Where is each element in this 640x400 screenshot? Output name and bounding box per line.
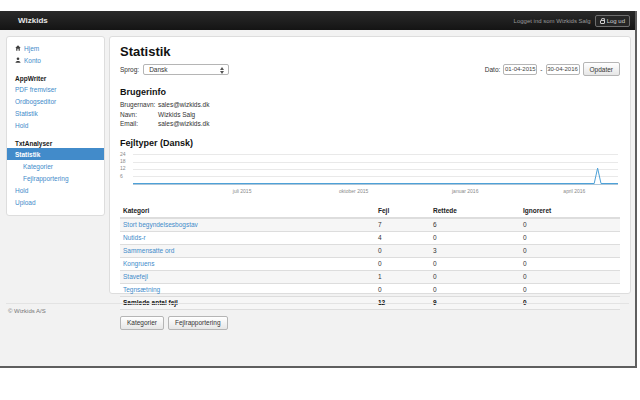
email-value: sales@wizkids.dk xyxy=(158,119,209,129)
sidebar-item-kategorier[interactable]: Kategorier xyxy=(7,160,104,172)
kategorier-button[interactable]: Kategorier xyxy=(120,316,164,330)
date-separator: - xyxy=(540,66,542,73)
browser-viewport: Wizkids Logget ind som Wizkids Salg Log … xyxy=(0,11,637,368)
language-label: Sprog: xyxy=(120,66,139,73)
error-types-chart: 6121824 juli 2015oktober 2015januar 2016… xyxy=(120,151,620,198)
sidebar-item-pdf-fremviser[interactable]: PDF fremviser xyxy=(7,83,104,95)
user-info-row: Email: sales@wizkids.dk xyxy=(120,119,620,129)
controls-row: Sprog: Dansk Dato: - Opdater xyxy=(120,64,620,78)
table-row: Stort begyndelsesbogstav 7 6 0 xyxy=(120,218,620,232)
rettede-value: 3 xyxy=(430,244,520,257)
chart-series-svg xyxy=(133,151,618,184)
y-tick-label: 12 xyxy=(120,166,126,171)
sidebar-item-ordbogseditor[interactable]: Ordbogseditor xyxy=(7,95,104,107)
ignoreret-value: 0 xyxy=(520,283,620,296)
sidebar-item-fejlrapportering[interactable]: Fejlrapportering xyxy=(7,172,104,184)
fejl-value: 0 xyxy=(375,244,430,257)
select-arrows-icon xyxy=(220,67,224,74)
bottom-buttons: Kategorier Fejlrapportering xyxy=(120,316,620,330)
table-row: Tegnsætning 0 0 0 xyxy=(120,283,620,296)
ignoreret-value: 0 xyxy=(520,218,620,232)
y-tick-label: 6 xyxy=(120,174,123,179)
chart-y-labels: 6121824 xyxy=(120,151,132,185)
x-tick-label: juli 2015 xyxy=(233,188,252,194)
col-fejl: Fejl xyxy=(375,205,430,218)
date-to-input[interactable] xyxy=(546,64,580,75)
category-link[interactable]: Stavefejl xyxy=(123,273,148,280)
top-navbar: Wizkids Logget ind som Wizkids Salg Log … xyxy=(0,11,635,30)
category-link[interactable]: Tegnsætning xyxy=(123,286,160,293)
sidebar-item-hjem[interactable]: Hjem xyxy=(7,42,104,54)
category-link[interactable]: Stort begyndelsesbogstav xyxy=(123,221,198,228)
x-tick-label: oktober 2015 xyxy=(339,188,368,194)
navbar-right: Logget ind som Wizkids Salg Log ud xyxy=(514,15,630,27)
sidebar-item-konto[interactable]: Konto xyxy=(7,54,104,66)
copyright-text: © Wizkids A/S xyxy=(8,308,46,314)
ignoreret-value: 0 xyxy=(520,231,620,244)
rettede-value: 0 xyxy=(430,283,520,296)
logged-in-text: Logget ind som Wizkids Salg xyxy=(514,18,591,24)
category-link[interactable]: Sammensatte ord xyxy=(123,247,174,254)
ignoreret-value: 0 xyxy=(520,270,620,283)
sidebar-section-txtanalyser: TxtAnalyser xyxy=(7,137,104,148)
logout-label: Log ud xyxy=(607,18,625,24)
fejl-value: 7 xyxy=(375,218,430,232)
email-label: Email: xyxy=(120,119,158,129)
y-tick-label: 18 xyxy=(120,159,126,164)
x-tick-label: januar 2016 xyxy=(452,188,478,194)
table-header-row: Kategori Fejl Rettede Ignoreret xyxy=(120,205,620,218)
sidebar-item-label: Hjem xyxy=(24,45,39,52)
chart-heading: Fejltyper (Dansk) xyxy=(120,138,620,148)
screen: Wizkids Logget ind som Wizkids Salg Log … xyxy=(0,0,640,400)
name-label: Navn: xyxy=(120,110,158,120)
language-select[interactable]: Dansk xyxy=(143,64,229,75)
user-info-row: Brugernavn: sales@wizkids.dk xyxy=(120,100,620,110)
sidebar-item-upload[interactable]: Upload xyxy=(7,196,104,208)
table-row: Sammensatte ord 0 3 0 xyxy=(120,244,620,257)
user-info-heading: Brugerinfo xyxy=(120,87,620,97)
page-footer: © Wizkids A/S xyxy=(6,303,629,314)
fejl-value: 4 xyxy=(375,231,430,244)
logout-button[interactable]: Log ud xyxy=(595,15,630,27)
fejl-value: 1 xyxy=(375,270,430,283)
sidebar-section-appwriter: AppWriter xyxy=(7,72,104,83)
brand-logo[interactable]: Wizkids xyxy=(18,16,48,25)
rettede-value: 0 xyxy=(430,257,520,270)
user-icon xyxy=(15,57,21,63)
fejl-value: 0 xyxy=(375,283,430,296)
fejlrapportering-button[interactable]: Fejlrapportering xyxy=(168,316,228,330)
username-value: sales@wizkids.dk xyxy=(158,100,209,110)
rettede-value: 0 xyxy=(430,270,520,283)
language-selected-value: Dansk xyxy=(149,66,167,73)
update-button[interactable]: Opdater xyxy=(583,62,621,76)
col-ignoreret: Ignoreret xyxy=(520,205,620,218)
category-link[interactable]: Kongruens xyxy=(123,260,154,267)
sidebar-item-hold-appwriter[interactable]: Hold xyxy=(7,119,104,131)
home-icon xyxy=(15,45,21,51)
table-row: Stavefejl 1 0 0 xyxy=(120,270,620,283)
x-tick-label: april 2016 xyxy=(563,188,585,194)
ignoreret-value: 0 xyxy=(520,244,620,257)
col-kategori: Kategori xyxy=(120,205,375,218)
sidebar-item-label: Konto xyxy=(24,57,41,64)
y-tick-label: 24 xyxy=(120,152,126,157)
date-from-input[interactable] xyxy=(503,64,537,75)
fejl-value: 0 xyxy=(375,257,430,270)
user-info-row: Navn: Wizkids Salg xyxy=(120,110,620,120)
date-label: Dato: xyxy=(485,66,501,73)
date-filter: Dato: - Opdater xyxy=(485,62,620,76)
sidebar-item-statistik-txtanalyser[interactable]: Statistik xyxy=(7,148,104,160)
username-label: Brugernavn: xyxy=(120,100,158,110)
rettede-value: 6 xyxy=(430,218,520,232)
chart-plot xyxy=(133,151,618,185)
sidebar-item-statistik-appwriter[interactable]: Statistik xyxy=(7,107,104,119)
category-link[interactable]: Nutids-r xyxy=(123,234,146,241)
table-row: Kongruens 0 0 0 xyxy=(120,257,620,270)
col-rettede: Rettede xyxy=(430,205,520,218)
lock-icon xyxy=(600,20,605,24)
rettede-value: 0 xyxy=(430,231,520,244)
sidebar-item-hold-txtanalyser[interactable]: Hold xyxy=(7,184,104,196)
page-title: Statistik xyxy=(120,44,620,59)
chart-x-labels: juli 2015oktober 2015januar 2016april 20… xyxy=(133,188,618,196)
ignoreret-value: 0 xyxy=(520,257,620,270)
